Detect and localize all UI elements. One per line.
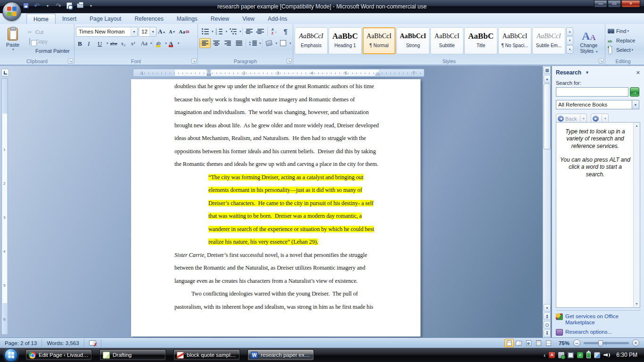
gallery-more-icon[interactable]: ▼̲ (566, 45, 573, 54)
style-subtle-em-[interactable]: AaBbCcISubtle Em... (532, 27, 565, 54)
clear-formatting-button[interactable]: Aa (177, 26, 190, 37)
underline-button[interactable]: U (96, 39, 106, 49)
bold-button[interactable]: B (76, 39, 86, 49)
tray-clock[interactable]: 6:30 PM (616, 352, 637, 358)
subscript-button[interactable]: x₂ (119, 39, 129, 49)
chevron-down-icon[interactable]: ▼ (131, 27, 137, 36)
previous-page-icon[interactable]: ▲▲ (544, 313, 551, 320)
ruler-toggle-icon[interactable]: ▦ (544, 66, 551, 74)
print-preview-icon[interactable] (65, 1, 74, 10)
antivirus-tray-icon[interactable]: ✓ (577, 352, 583, 358)
paragraph-dialog-launcher[interactable]: ↘ (287, 58, 292, 64)
tab-home[interactable]: Home (26, 14, 56, 24)
scroll-down-icon[interactable]: ▼ (634, 301, 639, 307)
minimize-button[interactable]: — (594, 0, 607, 8)
full-screen-reading-view-button[interactable] (514, 339, 524, 347)
shrink-font-button[interactable]: A▼ (167, 26, 177, 37)
font-color-dropdown-icon[interactable]: ▾ (178, 41, 180, 45)
decrease-indent-button[interactable]: ◂ (244, 26, 255, 36)
reference-source-select[interactable]: All Reference Books▼ (556, 100, 639, 109)
scroll-up-icon[interactable]: ▲ (634, 123, 639, 129)
style-emphasis[interactable]: AaBbCcIEmphasis (295, 27, 328, 54)
maximize-button[interactable]: ▭ (608, 0, 621, 8)
vertical-scrollbar[interactable]: ▦ ▲ ▼ ▲▲ ▼▼ (543, 66, 551, 337)
styles-dialog-launcher[interactable]: ↘ (599, 58, 604, 64)
forward-dropdown-icon[interactable]: ▼ (603, 117, 607, 120)
style--no-spaci-[interactable]: AaBbCcI¶ No Spaci... (498, 27, 531, 54)
italic-button[interactable]: I (86, 39, 96, 49)
cut-button[interactable]: ✂Cut (24, 27, 72, 37)
tab-add-ins[interactable]: Add-Ins (261, 14, 294, 24)
display-tray-icon[interactable] (568, 352, 574, 358)
web-layout-view-button[interactable] (524, 339, 534, 347)
word-count[interactable]: Words: 3,563 (42, 339, 84, 347)
taskbar-button-drafting[interactable]: Drafting (99, 349, 166, 361)
strikethrough-button[interactable]: abe (108, 39, 119, 49)
zoom-in-icon[interactable]: + (632, 339, 639, 346)
gallery-down-icon[interactable]: ▼ (566, 36, 573, 45)
taskbar-button-research-paper-exa-[interactable]: Wresearch paper exa... (248, 349, 314, 361)
find-button[interactable]: Find▾ (607, 26, 639, 36)
tab-stop-selector[interactable] (1, 69, 9, 76)
change-case-dropdown-icon[interactable]: ▾ (150, 41, 152, 45)
tab-review[interactable]: Review (204, 14, 236, 24)
save-icon[interactable] (22, 1, 30, 10)
line-spacing-dropdown-icon[interactable]: ▾ (259, 41, 261, 45)
align-left-button[interactable] (199, 38, 211, 48)
grow-font-button[interactable]: A▲ (157, 26, 167, 37)
page-indicator[interactable]: Page: 2 of 13 (0, 339, 42, 347)
style-subtitle[interactable]: AaBbCcISubtitle (430, 27, 463, 54)
zoom-slider[interactable] (584, 342, 629, 344)
quick-print-icon[interactable] (76, 1, 84, 10)
battery-icon[interactable] (586, 352, 591, 358)
underline-dropdown-icon[interactable]: ▾ (107, 41, 108, 45)
borders-dropdown-icon[interactable]: ▾ (289, 41, 291, 45)
next-page-icon[interactable]: ▼▼ (544, 329, 551, 337)
redo-icon[interactable]: ↷ (54, 1, 63, 10)
multilevel-dropdown-icon[interactable]: ▾ (239, 30, 241, 33)
research-options-link[interactable]: Research options... (556, 329, 641, 336)
borders-button[interactable] (277, 38, 289, 48)
tab-page-layout[interactable]: Page Layout (83, 14, 128, 24)
pane-close-icon[interactable]: ✕ (636, 70, 640, 76)
copy-button[interactable]: Copy (24, 37, 72, 46)
scroll-up-icon[interactable]: ▲ (544, 75, 551, 82)
style-strong[interactable]: AaBbCcIStrong (396, 27, 429, 54)
sort-button[interactable]: AZ↓ (269, 26, 280, 36)
font-color-button[interactable]: A (167, 39, 177, 49)
document-page[interactable]: doubtless that he grew up under the infl… (131, 79, 421, 337)
customize-qat-icon[interactable]: ▾ (87, 1, 95, 10)
shading-button[interactable] (264, 38, 275, 48)
tab-references[interactable]: References (128, 14, 170, 24)
increase-indent-button[interactable]: ▸ (255, 26, 266, 36)
draft-view-button[interactable] (544, 339, 553, 347)
research-search-input[interactable] (556, 87, 628, 97)
scroll-down-icon[interactable]: ▼ (544, 304, 551, 312)
change-case-button[interactable]: Aa (139, 39, 149, 49)
left-indent-marker[interactable] (207, 74, 211, 76)
paste-button[interactable]: Paste ▾ (1, 25, 24, 57)
close-button[interactable]: × (621, 0, 640, 8)
font-size-combo[interactable]: 12▼ (139, 27, 157, 37)
print-layout-view-button[interactable] (504, 339, 514, 347)
proofing-status[interactable] (84, 339, 101, 347)
format-painter-button[interactable]: Format Painter (24, 46, 72, 56)
scrollbar-thumb[interactable] (544, 83, 551, 149)
volume-icon[interactable] (603, 352, 610, 358)
clipboard-dialog-launcher[interactable]: ↘ (68, 58, 73, 64)
text-highlight-button[interactable]: ab (154, 39, 164, 49)
multilevel-list-button[interactable] (227, 26, 239, 36)
right-indent-marker[interactable] (375, 72, 380, 75)
bullets-button[interactable] (199, 26, 211, 36)
tab-view[interactable]: View (236, 14, 261, 24)
chevron-down-icon[interactable]: ▼ (149, 27, 156, 36)
style--normal[interactable]: AaBbCcI¶ Normal (363, 27, 396, 54)
vertical-ruler[interactable]: 123456 (1, 78, 8, 335)
replace-button[interactable]: abacReplace (607, 36, 639, 45)
back-dropdown-icon[interactable]: ▼ (582, 117, 585, 120)
safely-remove-hardware-icon[interactable] (558, 352, 564, 358)
style-title[interactable]: AaBbCTitle (464, 27, 497, 54)
taskbar-button-block-quote-sample-[interactable]: block quote sample ... (173, 349, 240, 361)
font-name-combo[interactable]: Times New Roman▼ (76, 27, 138, 37)
zoom-out-icon[interactable]: – (573, 339, 580, 346)
